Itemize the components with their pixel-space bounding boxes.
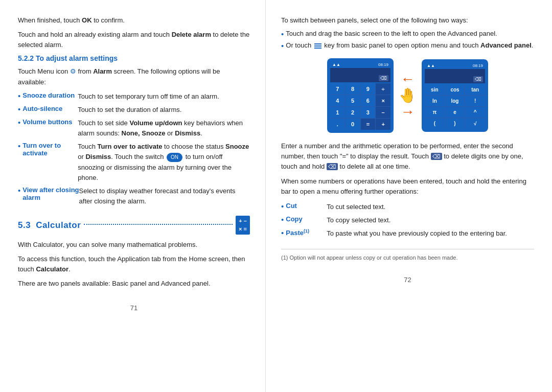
intro-paragraph: When finished, touch OK to confirm.	[18, 15, 250, 26]
btn-open-paren: (	[425, 118, 445, 129]
calc-para1: With Calculator, you can solve many math…	[18, 240, 250, 250]
settings-list: • Snooze duration Touch to set temporary…	[18, 91, 250, 206]
btn-ln: ln	[425, 96, 445, 106]
adv-del-btn: ⌫	[473, 76, 483, 82]
btn-pi: π	[425, 107, 445, 118]
switch-method-1: • Touch and drag the basic screen to the…	[281, 30, 534, 38]
right-page: To switch between panels, select one of …	[266, 0, 552, 392]
bullet-icon: •	[281, 215, 284, 224]
btn-5: 5	[346, 95, 360, 106]
toggle-switch: ON	[167, 153, 182, 162]
btn-div: ÷	[376, 83, 390, 95]
left-page: When finished, touch OK to confirm. Touc…	[0, 0, 266, 392]
hand-icon: 🤚	[399, 88, 417, 103]
btn-sub: –	[376, 107, 390, 118]
delete-alarm-paragraph: Touch and hold an already existing alarm…	[18, 30, 250, 50]
advanced-panel-phone: ▲▲ 08:19 ⌫ sin cos tan ln log ! π e ^ (	[422, 59, 488, 132]
btn-power: ^	[465, 107, 485, 118]
basic-del-btn: ⌫	[379, 75, 388, 81]
calc-enter-text: Enter a number and the arithmetic operat…	[281, 141, 534, 172]
bullet-icon: •	[18, 91, 20, 100]
basic-panel-inner: ▲▲ 08:19 ⌫ 7 8 9 ÷ 4 5 6 × 1 2 3	[330, 61, 390, 130]
advanced-status-bar: ▲▲ 08:19	[425, 62, 485, 69]
btn-0: 0	[346, 119, 360, 130]
bullet-icon: •	[18, 118, 20, 127]
btn-1: 1	[330, 107, 345, 118]
setting-turn-over: • Turn over toactivate Touch Turn over t…	[18, 142, 250, 183]
del-icon-inline: ⌫	[431, 153, 442, 160]
swipe-arrow: ← 🤚 →	[399, 72, 417, 119]
basic-button-grid: 7 8 9 ÷ 4 5 6 × 1 2 3 – . 0 = +	[330, 83, 390, 130]
calc-hold-text: When some numbers or operations have bee…	[281, 176, 534, 197]
bullet-icon: •	[18, 142, 20, 150]
switch-method-2: • Or touch key from basic panel to open …	[281, 41, 534, 50]
btn-log: log	[445, 96, 465, 106]
basic-display: ⌫	[330, 68, 390, 82]
btn-tan: tan	[465, 84, 485, 95]
basic-time: 08:19	[378, 62, 388, 67]
basic-signal-icon: ▲▲	[332, 62, 340, 67]
bullet-icon: •	[281, 202, 284, 211]
advanced-display: ⌫	[425, 69, 485, 83]
btn-add: +	[376, 119, 390, 130]
page-number-left: 71	[18, 304, 250, 312]
setting-volume-buttons: • Volume buttons Touch to set side Volum…	[18, 118, 250, 139]
btn-9: 9	[361, 83, 376, 95]
advanced-button-grid: sin cos tan ln log ! π e ^ ( ) √	[425, 84, 485, 129]
touch-menu-paragraph: Touch Menu icon ⚙ from Alarm screen. The…	[18, 66, 250, 87]
page-number-right: 72	[281, 276, 534, 284]
calc-para2: To access this function, touch the Appli…	[18, 254, 250, 274]
bullet-icon: •	[18, 186, 20, 195]
btn-2: 2	[346, 107, 360, 118]
btn-eq: =	[361, 119, 376, 130]
btn-7: 7	[330, 83, 345, 95]
btn-4: 4	[330, 95, 345, 106]
btn-3: 3	[361, 107, 376, 118]
btn-mul: ×	[376, 95, 390, 106]
setting-snooze-duration: • Snooze duration Touch to set temporary…	[18, 91, 250, 102]
calc-para3: There are two panels available: Basic pa…	[18, 279, 250, 289]
setting-view-after-closing: • View after closingalarm Select to disp…	[18, 186, 250, 206]
calc-title: Calculator	[36, 220, 81, 230]
setting-auto-silence: • Auto-silence Touch to set the duration…	[18, 105, 250, 115]
operation-copy: • Copy To copy selected text.	[281, 215, 534, 225]
btn-close-paren: )	[445, 118, 465, 129]
section-522-heading: 5.2.2 To adjust alarm settings	[18, 54, 250, 62]
advanced-panel-inner: ▲▲ 08:19 ⌫ sin cos tan ln log ! π e ^ (	[425, 62, 485, 129]
operation-paste: • Paste(1) To paste what you have previo…	[281, 228, 534, 239]
btn-sqrt: √	[465, 118, 485, 129]
bullet-icon: •	[281, 30, 284, 38]
adv-signal-icon: ▲▲	[427, 63, 435, 68]
operations-list: • Cut To cut selected text. • Copy To co…	[281, 202, 534, 239]
btn-cos: cos	[445, 84, 465, 95]
bullet-icon: •	[281, 41, 284, 50]
btn-6: 6	[361, 95, 376, 106]
calc-dots-separator	[84, 224, 233, 225]
left-arrow-icon: ←	[401, 72, 415, 86]
adv-time: 08:19	[473, 63, 483, 68]
section-53-number: 5.3	[18, 220, 31, 230]
menu-lines-icon	[314, 42, 321, 50]
btn-sin: sin	[425, 84, 445, 95]
bullet-icon: •	[18, 105, 20, 113]
operation-cut: • Cut To cut selected text.	[281, 202, 534, 212]
basic-status-bar: ▲▲ 08:19	[330, 61, 390, 68]
calc-icon: + – × =	[236, 216, 250, 235]
btn-dot: .	[330, 119, 345, 130]
del-icon-hold: ⌫	[327, 163, 338, 170]
basic-panel-phone: ▲▲ 08:19 ⌫ 7 8 9 ÷ 4 5 6 × 1 2 3	[327, 58, 394, 133]
right-arrow-icon: →	[401, 105, 415, 119]
btn-8: 8	[346, 83, 360, 95]
footnote: (1) Option will not appear unless copy o…	[281, 249, 534, 261]
calc-screenshots-area: ▲▲ 08:19 ⌫ 7 8 9 ÷ 4 5 6 × 1 2 3	[281, 58, 534, 133]
switch-intro: To switch between panels, select one of …	[281, 15, 534, 26]
btn-factorial: !	[465, 96, 485, 106]
btn-e: e	[445, 107, 465, 118]
section-53-heading-row: 5.3 Calculator + – × =	[18, 216, 250, 235]
bullet-icon: •	[281, 228, 284, 237]
